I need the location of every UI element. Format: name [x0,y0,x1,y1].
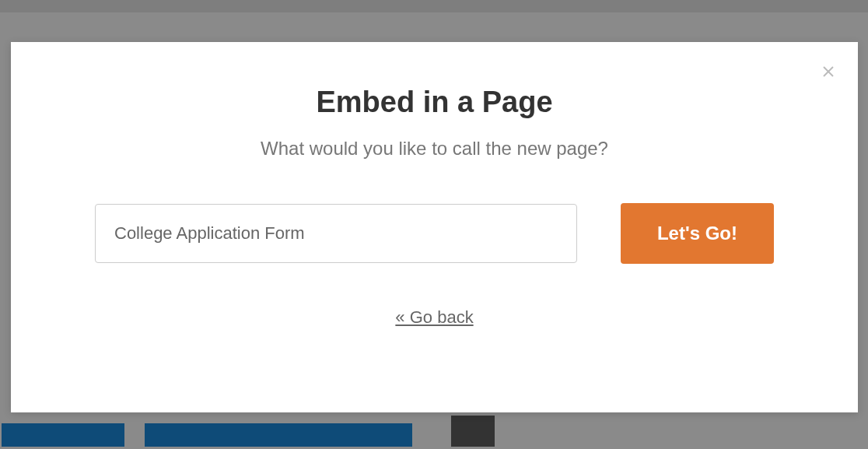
lets-go-button[interactable]: Let's Go! [621,203,774,264]
embed-page-modal: Embed in a Page What would you like to c… [11,42,858,412]
modal-title: Embed in a Page [11,86,858,119]
backdrop-block [451,416,495,447]
modal-content: Embed in a Page What would you like to c… [11,42,858,328]
modal-subtitle: What would you like to call the new page… [11,138,858,160]
backdrop-strip [0,0,868,12]
page-name-input[interactable] [95,204,577,263]
go-back-link[interactable]: « Go back [395,307,473,328]
close-button[interactable] [821,64,836,79]
form-row: Let's Go! [11,203,858,264]
close-icon [822,65,835,78]
backdrop-block [2,423,124,447]
backdrop-block [145,423,412,447]
